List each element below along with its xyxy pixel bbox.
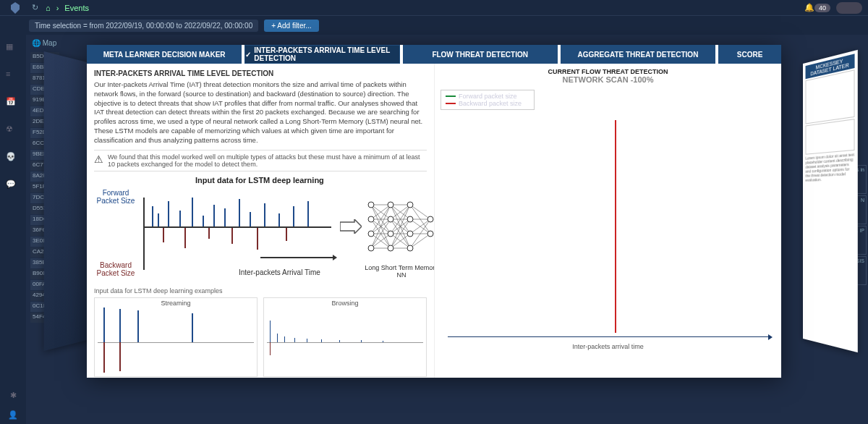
chart-legend: Forward packet size Backward packet size (441, 90, 535, 110)
tab-score[interactable]: SCORE (718, 45, 781, 64)
example-streaming: Streaming (94, 297, 258, 377)
carousel-prev-panel[interactable] (44, 51, 93, 351)
tab-inter-packets[interactable]: ✓INTER-PACKETS ARRIVAL TIME LEVEL DETECT… (244, 45, 399, 64)
dashboard-icon[interactable]: ▦ (6, 42, 20, 56)
skull-icon[interactable]: 💀 (6, 152, 20, 166)
time-selection-pill[interactable]: Time selection = from 2022/09/19, 00:00:… (29, 20, 258, 32)
tab-flow-threat[interactable]: FLOW THREAT DETECTION (403, 45, 558, 64)
warning-icon: ⚠ (94, 153, 103, 168)
chart-title: CURRENT FLOW THREAT DETECTION (439, 68, 777, 75)
arrow-right-icon (340, 219, 362, 234)
toggle-switch[interactable] (836, 2, 862, 14)
svg-point-42 (368, 231, 374, 237)
svg-point-52 (427, 216, 433, 222)
check-icon: ✓ (245, 51, 251, 59)
refresh-icon[interactable]: ↻ (32, 3, 38, 12)
settings-icon[interactable]: ✱ (10, 391, 17, 400)
svg-line-32 (410, 205, 430, 219)
svg-point-45 (388, 216, 393, 222)
example-browsing: Browsing (263, 297, 427, 377)
home-icon[interactable]: ⌂ (46, 4, 51, 12)
user-icon[interactable]: 👤 (8, 410, 18, 420)
chat-icon[interactable]: 💬 (6, 179, 20, 194)
svg-point-43 (368, 245, 374, 251)
detail-body: Our Inter-packets Arrival Time (IAT) thr… (94, 80, 427, 145)
calendar-icon[interactable]: 📅 (6, 97, 20, 111)
svg-point-46 (388, 231, 393, 237)
detail-heading: INTER-PACKETS ARRIVAL TIME LEVEL DETECTI… (94, 69, 427, 77)
info-text: We found that this model worked well on … (108, 153, 427, 168)
tab-aggregate-threat[interactable]: AGGREGATE THREAT DETECTION (561, 45, 715, 64)
chart-subtitle: NETWORK SCAN -100% (439, 75, 777, 84)
svg-point-48 (407, 202, 413, 208)
tab-meta-learner[interactable]: META LEARNER DECISION MAKER (87, 45, 242, 64)
radiation-icon[interactable]: ☢ (6, 124, 20, 139)
carousel-next-panel[interactable]: MCKESSEY DATASET LATER Lorem ipsum dolor… (803, 50, 858, 352)
svg-point-50 (407, 231, 413, 237)
svg-point-51 (407, 245, 413, 251)
svg-point-47 (388, 245, 393, 251)
neural-net-icon (365, 198, 434, 270)
list-icon[interactable]: ≡ (6, 69, 20, 84)
svg-point-40 (368, 202, 374, 208)
flow-chart: Inter-packets arrival time (441, 114, 775, 356)
svg-point-53 (427, 231, 433, 237)
svg-point-49 (407, 216, 413, 222)
notification-count: 40 (814, 4, 830, 12)
svg-point-44 (388, 202, 393, 208)
lstm-diagram: Input data for LSTM deep learning Forwar… (94, 176, 427, 284)
breadcrumb-page[interactable]: Events (64, 4, 89, 12)
map-button[interactable]: 🌐 Map (32, 39, 56, 47)
svg-point-41 (368, 216, 374, 222)
svg-line-39 (410, 234, 430, 248)
add-filter-button[interactable]: + Add filter... (264, 20, 318, 32)
detection-detail-modal: META LEARNER DECISION MAKER ✓INTER-PACKE… (87, 45, 781, 378)
bell-icon[interactable]: 🔔40 (804, 3, 830, 12)
app-logo (6, 0, 25, 16)
